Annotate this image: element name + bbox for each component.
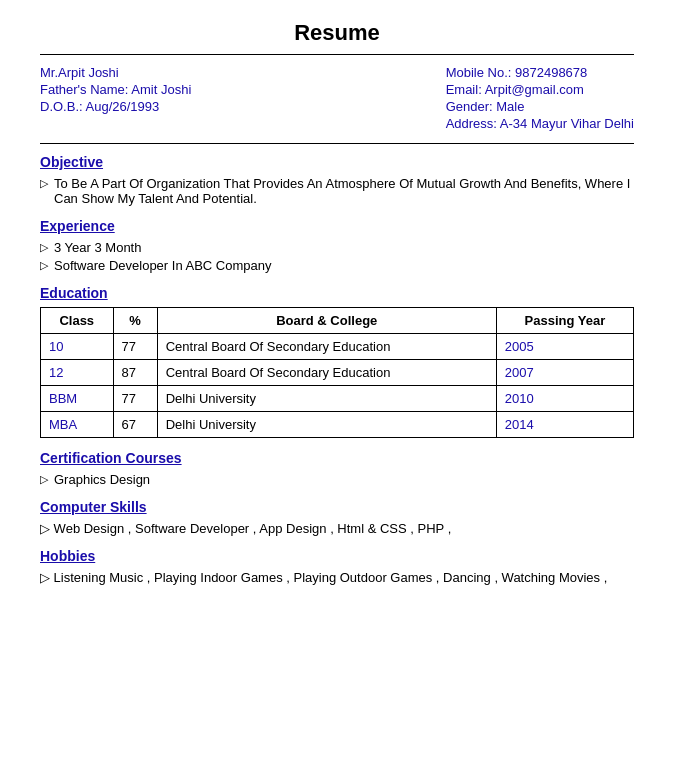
certification-text: Graphics Design (54, 472, 150, 487)
cell-board: Delhi University (157, 386, 496, 412)
cell-board: Central Board Of Secondary Education (157, 360, 496, 386)
experience-text-1: 3 Year 3 Month (54, 240, 141, 255)
cell-percent: 77 (113, 334, 157, 360)
top-divider (40, 54, 634, 55)
cell-percent: 87 (113, 360, 157, 386)
mobile: Mobile No.: 9872498678 (446, 65, 634, 80)
cell-board: Central Board Of Secondary Education (157, 334, 496, 360)
table-row: 12 87 Central Board Of Secondary Educati… (41, 360, 634, 386)
father-name: Father's Name: Amit Joshi (40, 82, 191, 97)
computer-skills-section: Computer Skills ▷ Web Design , Software … (40, 499, 634, 536)
education-section: Education Class % Board & College Passin… (40, 285, 634, 438)
computer-skills-title: Computer Skills (40, 499, 634, 515)
cell-percent: 67 (113, 412, 157, 438)
email: Email: Arpit@gmail.com (446, 82, 634, 97)
address: Address: A-34 Mayur Vihar Delhi (446, 116, 634, 131)
bottom-divider (40, 143, 634, 144)
experience-item-1: ▷ 3 Year 3 Month (40, 240, 634, 255)
experience-text-2: Software Developer In ABC Company (54, 258, 272, 273)
experience-section: Experience ▷ 3 Year 3 Month ▷ Software D… (40, 218, 634, 273)
col-board: Board & College (157, 308, 496, 334)
education-title: Education (40, 285, 634, 301)
cell-year: 2014 (496, 412, 633, 438)
cell-year: 2005 (496, 334, 633, 360)
table-row: MBA 67 Delhi University 2014 (41, 412, 634, 438)
cell-class: BBM (41, 386, 114, 412)
hobbies-section: Hobbies ▷ Listening Music , Playing Indo… (40, 548, 634, 585)
bullet-icon: ▷ (40, 177, 48, 190)
table-header-row: Class % Board & College Passing Year (41, 308, 634, 334)
resume-title: Resume (40, 20, 634, 46)
col-percent: % (113, 308, 157, 334)
cell-percent: 77 (113, 386, 157, 412)
education-table: Class % Board & College Passing Year 10 … (40, 307, 634, 438)
certification-title: Certification Courses (40, 450, 634, 466)
objective-section: Objective ▷ To Be A Part Of Organization… (40, 154, 634, 206)
objective-title: Objective (40, 154, 634, 170)
table-row: BBM 77 Delhi University 2010 (41, 386, 634, 412)
hobbies-text: ▷ Listening Music , Playing Indoor Games… (40, 570, 634, 585)
objective-text: To Be A Part Of Organization That Provid… (54, 176, 634, 206)
cell-class: MBA (41, 412, 114, 438)
hobbies-title: Hobbies (40, 548, 634, 564)
dob: D.O.B.: Aug/26/1993 (40, 99, 191, 114)
applicant-name: Mr.Arpit Joshi (40, 65, 191, 80)
bullet-icon: ▷ (40, 473, 48, 486)
header-section: Mr.Arpit Joshi Father's Name: Amit Joshi… (40, 65, 634, 133)
col-class: Class (41, 308, 114, 334)
table-row: 10 77 Central Board Of Secondary Educati… (41, 334, 634, 360)
objective-item: ▷ To Be A Part Of Organization That Prov… (40, 176, 634, 206)
col-year: Passing Year (496, 308, 633, 334)
cell-class: 10 (41, 334, 114, 360)
certification-item: ▷ Graphics Design (40, 472, 634, 487)
bullet-icon: ▷ (40, 241, 48, 254)
experience-title: Experience (40, 218, 634, 234)
computer-skills-text: ▷ Web Design , Software Developer , App … (40, 521, 634, 536)
cell-board: Delhi University (157, 412, 496, 438)
certification-section: Certification Courses ▷ Graphics Design (40, 450, 634, 487)
header-left: Mr.Arpit Joshi Father's Name: Amit Joshi… (40, 65, 191, 133)
cell-year: 2010 (496, 386, 633, 412)
header-right: Mobile No.: 9872498678 Email: Arpit@gmai… (446, 65, 634, 133)
bullet-icon: ▷ (40, 259, 48, 272)
cell-class: 12 (41, 360, 114, 386)
gender: Gender: Male (446, 99, 634, 114)
experience-item-2: ▷ Software Developer In ABC Company (40, 258, 634, 273)
cell-year: 2007 (496, 360, 633, 386)
